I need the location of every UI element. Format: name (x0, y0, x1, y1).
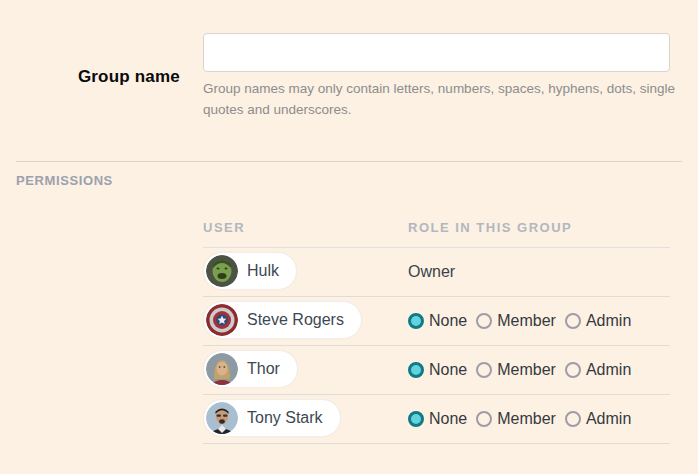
user-pill: Thor (203, 350, 298, 388)
role-cell: NoneMemberAdmin (408, 312, 670, 330)
role-radio-admin[interactable]: Admin (565, 361, 631, 379)
user-cell: Tony Stark (203, 399, 408, 438)
user-pill: Hulk (203, 252, 297, 290)
radio-selected-icon[interactable] (408, 411, 424, 427)
role-radio-admin[interactable]: Admin (565, 410, 631, 428)
radio-unselected-icon[interactable] (565, 411, 581, 427)
role-radio-member[interactable]: Member (476, 361, 556, 379)
column-header-user: USER (203, 220, 408, 235)
user-name: Steve Rogers (247, 311, 344, 329)
role-radio-none[interactable]: None (408, 410, 467, 428)
group-name-label: Group name (0, 67, 180, 87)
role-radio-none[interactable]: None (408, 312, 467, 330)
table-row: Tony StarkNoneMemberAdmin (203, 395, 670, 444)
column-header-role: ROLE IN THIS GROUP (408, 220, 670, 235)
radio-unselected-icon[interactable] (565, 362, 581, 378)
user-pill: Tony Stark (203, 399, 341, 437)
role-radio-admin[interactable]: Admin (565, 312, 631, 330)
radio-option-label: None (429, 312, 467, 330)
radio-option-label: Member (497, 410, 556, 428)
group-name-field: Group names may only contain letters, nu… (203, 33, 675, 121)
tony-stark-avatar (206, 402, 238, 434)
group-name-row: Group name Group names may only contain … (0, 0, 698, 121)
user-name: Thor (247, 360, 280, 378)
radio-option-label: Admin (586, 410, 631, 428)
thor-avatar (206, 353, 238, 385)
radio-option-label: None (429, 410, 467, 428)
permissions-section-title: PERMISSIONS (16, 173, 682, 188)
radio-unselected-icon[interactable] (476, 411, 492, 427)
user-name: Hulk (247, 262, 279, 280)
group-name-help-text: Group names may only contain letters, nu… (203, 79, 675, 121)
radio-option-label: Admin (586, 312, 631, 330)
radio-option-label: Member (497, 312, 556, 330)
radio-option-label: None (429, 361, 467, 379)
radio-unselected-icon[interactable] (476, 313, 492, 329)
role-radio-member[interactable]: Member (476, 312, 556, 330)
radio-option-label: Member (497, 361, 556, 379)
edit-group-page: Group name Group names may only contain … (0, 0, 698, 474)
role-cell: NoneMemberAdmin (408, 410, 670, 428)
radio-selected-icon[interactable] (408, 313, 424, 329)
hulk-avatar (206, 255, 238, 287)
role-radio-none[interactable]: None (408, 361, 467, 379)
table-row: Steve RogersNoneMemberAdmin (203, 297, 670, 346)
permissions-table-body: HulkOwnerSteve RogersNoneMemberAdminThor… (203, 248, 670, 444)
user-cell: Steve Rogers (203, 301, 408, 340)
role-radio-member[interactable]: Member (476, 410, 556, 428)
section-divider (16, 161, 682, 162)
radio-selected-icon[interactable] (408, 362, 424, 378)
radio-unselected-icon[interactable] (565, 313, 581, 329)
steve-rogers-avatar (206, 304, 238, 336)
user-name: Tony Stark (247, 409, 323, 427)
user-cell: Thor (203, 350, 408, 389)
group-name-input[interactable] (203, 33, 670, 72)
table-row: ThorNoneMemberAdmin (203, 346, 670, 395)
user-pill: Steve Rogers (203, 301, 362, 339)
table-row: HulkOwner (203, 248, 670, 297)
role-cell: Owner (408, 263, 670, 281)
role-static-label: Owner (408, 263, 455, 281)
permissions-table: USER ROLE IN THIS GROUP HulkOwnerSteve R… (203, 220, 670, 444)
radio-unselected-icon[interactable] (476, 362, 492, 378)
radio-option-label: Admin (586, 361, 631, 379)
user-cell: Hulk (203, 252, 408, 291)
role-cell: NoneMemberAdmin (408, 361, 670, 379)
permissions-table-header: USER ROLE IN THIS GROUP (203, 220, 670, 248)
